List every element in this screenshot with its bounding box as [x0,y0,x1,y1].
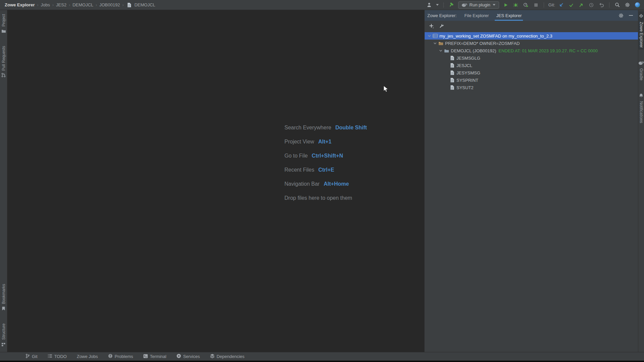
statusbar-git[interactable]: Git [25,354,38,359]
chevron-down-icon[interactable] [438,48,443,53]
window-bottom-edge [0,361,644,362]
sidebar-item-bookmarks[interactable]: Bookmarks [1,282,7,314]
breadcrumb-separator: › [122,3,124,7]
tab-jes-explorer[interactable]: JES Explorer [492,10,525,21]
tree-item-spool-file[interactable]: JESJCL [425,62,638,69]
update-project-button[interactable] [558,2,565,8]
chevron-down-icon [436,2,439,8]
run-button[interactable] [502,2,509,8]
hint-drop-files: Drop files here to open them [284,194,367,202]
gradle-icon [638,60,644,66]
services-icon [176,354,181,359]
globe-icon[interactable] [634,2,641,8]
filter-folder-icon [438,41,443,46]
breadcrumb-item[interactable]: Jobs [41,2,50,7]
project-folder-icon [1,28,6,35]
debug-button[interactable] [513,2,519,8]
wrench-icon[interactable] [437,22,445,30]
statusbar-todo[interactable]: TODO [48,354,67,359]
history-button [588,2,595,8]
hint-search-everywhere: Search Everywhere Double Shift [284,123,367,132]
breadcrumb-separator: › [37,3,39,7]
zowe-icon: Z [639,13,644,20]
job-status-text: ENDED AT: 01 MAR 2023 19.10.27. RC = CC … [498,48,598,53]
spool-file-icon [449,63,455,68]
divider [544,2,544,8]
run-configuration-button[interactable]: Run plugin [458,1,499,9]
status-bar: Git TODO Zowe Jobs Problems Terminal Ser… [0,352,644,361]
toolwindow-settings-gear-icon[interactable] [617,12,625,19]
commit-button[interactable] [568,2,575,8]
statusbar-terminal[interactable]: Terminal [143,354,166,359]
problems-icon [108,354,113,359]
sidebar-item-gradle[interactable]: Gradle [638,58,644,82]
hint-go-to-file: Go to File Ctrl+Shift+N [284,152,367,160]
chevron-down-icon [493,2,496,8]
stop-button [533,2,539,8]
breadcrumb-item[interactable]: DEMOJCL [126,2,155,8]
statusbar-zowe-jobs[interactable]: Zowe Jobs [77,354,98,359]
toolwindow-toolbar [425,21,638,31]
breadcrumb: Zowe Explorer › Jobs › JES2 › DEMOJCL › … [5,2,155,8]
tree-item-spool-file[interactable]: SYSUT2 [425,84,638,91]
hide-toolwindow-icon[interactable] [627,12,635,19]
folder-icon [444,49,449,53]
tree-item-spool-file[interactable]: JESYSMSG [425,69,638,76]
breadcrumb-item[interactable]: DEMOJCL [72,2,93,7]
breadcrumb-separator: › [96,3,97,7]
breadcrumb-item[interactable]: Zowe Explorer [5,2,35,7]
svg-text:Z: Z [640,15,642,17]
sidebar-item-pull-requests[interactable]: Pull Requests [1,44,7,81]
chevron-down-icon[interactable] [427,34,432,38]
git-branch-icon [25,354,30,359]
profiler-button[interactable] [523,2,529,8]
breadcrumb-item[interactable]: JES2 [56,2,66,7]
sidebar-item-zowe-explorer[interactable]: Z Zowe Explorer [638,11,644,50]
statusbar-problems[interactable]: Problems [108,354,133,359]
tree-item-working-set[interactable]: my_jes_working_set ZOSMFAD on my_connect… [425,32,638,40]
statusbar-dependencies[interactable]: Dependencies [210,354,245,359]
divider [609,2,609,8]
chevron-down-icon[interactable] [432,41,438,46]
todo-list-icon [48,354,52,359]
sidebar-item-structure[interactable]: Structure [1,321,7,350]
bookmark-icon [2,306,5,312]
breadcrumb-separator: › [69,3,70,7]
sidebar-item-project[interactable]: Project [1,12,7,37]
bell-icon [639,93,643,99]
hint-project-view: Project View Alt+1 [284,137,367,146]
jes-working-set-icon [432,34,438,38]
settings-gear-icon[interactable] [624,2,631,8]
file-icon [126,2,133,8]
user-menu-icon[interactable] [426,2,433,8]
tree-item-spool-file[interactable]: JESMSGLG [425,54,638,62]
tree-item-job[interactable]: DEMOJCL (JOB00192) ENDED AT: 01 MAR 2023… [425,47,638,54]
tab-file-explorer[interactable]: File Explorer [461,10,492,21]
divider [443,2,444,8]
spool-file-icon [449,70,455,75]
main-toolbar: Zowe Explorer › Jobs › JES2 › DEMOJCL › … [0,0,644,10]
rollback-button [598,2,605,8]
right-toolwindow-stripe: Z Zowe Explorer Gradle Notifications [638,10,644,352]
spool-file-icon [449,56,455,60]
git-label: Git: [548,2,555,7]
spool-file-icon [449,85,455,90]
gradle-icon [462,2,467,8]
hint-navigation-bar: Navigation Bar Alt+Home [284,180,367,188]
tree-item-prefix-filter[interactable]: PREFIX=DEMO* OWNER=ZOSMFAD [425,40,638,47]
toolwindow-title[interactable]: Zowe Explorer: [427,13,457,18]
breadcrumb-separator: › [52,3,54,7]
statusbar-services[interactable]: Services [176,354,200,359]
hint-recent-files: Recent Files Ctrl+E [284,166,367,174]
build-hammer-icon[interactable] [448,2,455,8]
push-button[interactable] [578,2,585,8]
structure-icon [1,342,6,348]
jes-explorer-panel: Zowe Explorer: File Explorer JES Explore… [424,10,638,352]
run-configuration-label: Run plugin [470,2,490,7]
search-everywhere-icon[interactable] [614,2,621,8]
sidebar-item-notifications[interactable]: Notifications [638,91,644,125]
breadcrumb-item[interactable]: JOB00192 [99,2,120,7]
tree-item-spool-file[interactable]: SYSPRINT [425,76,638,84]
ide-window: Zowe Explorer › Jobs › JES2 › DEMOJCL › … [0,0,644,362]
add-button[interactable] [427,22,435,30]
